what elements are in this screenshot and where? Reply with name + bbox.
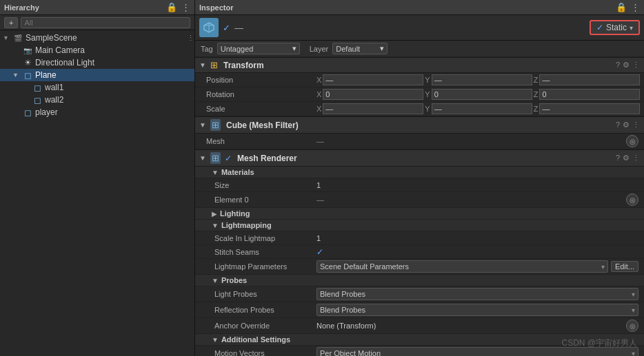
tree-label-directionallight: Directional Light: [35, 58, 94, 67]
hierarchy-menu-icon[interactable]: ⋮: [181, 2, 190, 12]
tree-item-player[interactable]: ◻ player: [0, 106, 194, 118]
mesh-filter-settings[interactable]: ⚙: [623, 121, 630, 129]
position-x-input[interactable]: [323, 74, 423, 85]
element0-picker-btn[interactable]: ◎: [626, 193, 638, 206]
inspector-header: Inspector 🔒 ⋮: [195, 0, 644, 15]
search-input[interactable]: [21, 17, 190, 28]
transform-question[interactable]: ?: [616, 61, 620, 70]
tree-item-plane[interactable]: ▼ ◻ Plane: [0, 69, 194, 81]
cube-icon: [203, 21, 215, 34]
mesh-filter-actions: ? ⚙ ⋮: [616, 121, 640, 129]
tag-label: Tag: [201, 45, 213, 53]
mesh-filter-dots[interactable]: ⋮: [632, 121, 640, 129]
additional-settings-subheader[interactable]: ▼ Additional Settings: [195, 334, 644, 346]
lightmap-params-edit-btn[interactable]: Edit...: [611, 261, 638, 272]
tree-label-wall2: wall2: [45, 95, 63, 105]
mesh-filter-arrow: ▼: [199, 121, 208, 129]
materials-title: Materials: [221, 168, 254, 176]
rotation-y-input[interactable]: [432, 89, 532, 100]
obj-icon: [199, 18, 219, 37]
tree-item-wall1[interactable]: ◻ wall1: [0, 81, 194, 94]
tree-item-maincamera[interactable]: 📷 Main Camera: [0, 44, 194, 56]
mesh-renderer-section-header[interactable]: ▼ ⊞ ✓ Mesh Renderer ? ⚙ ⋮: [195, 149, 644, 167]
mesh-row: Mesh — ◎: [195, 134, 644, 149]
stitch-seams-check[interactable]: ✓: [316, 247, 323, 257]
probes-subheader[interactable]: ▼ Probes: [195, 275, 644, 286]
lightmapping-title: Lightmapping: [221, 221, 272, 229]
tree-label-player: player: [35, 107, 58, 117]
lightmap-params-dropdown[interactable]: Scene Default Parameters ▾: [316, 260, 608, 273]
rotation-label: Rotation: [206, 90, 316, 98]
scale-lightmap-row: Scale In Lightmap 1: [195, 231, 644, 245]
position-y-label: Y: [425, 76, 430, 84]
static-button[interactable]: ✓ Static ▾: [590, 20, 640, 35]
rotation-z-label: Z: [534, 90, 539, 98]
transform-settings[interactable]: ⚙: [623, 61, 630, 70]
hierarchy-header: Hierarchy 🔒 ⋮: [0, 0, 194, 15]
materials-subheader[interactable]: ▼ Materials: [195, 167, 644, 178]
light-probes-arrow: ▾: [632, 291, 635, 298]
mesh-renderer-arrow: ▼: [199, 154, 208, 162]
tag-dropdown[interactable]: Untagged ▾: [217, 43, 300, 54]
anchor-override-value: None (Transform): [316, 322, 623, 330]
light-probes-label: Light Probes: [206, 290, 316, 298]
stitch-seams-label: Stitch Seams: [206, 248, 316, 256]
position-x-label: X: [316, 76, 321, 84]
layer-arrow: ▾: [380, 44, 384, 53]
lightmapping-subheader[interactable]: ▼ Lightmapping: [195, 220, 644, 231]
scale-x-input[interactable]: [323, 103, 423, 114]
samplescene-menu[interactable]: ⋮: [187, 34, 194, 43]
mesh-picker-btn[interactable]: ◎: [626, 135, 638, 147]
tree-arrow-plane: ▼: [12, 72, 22, 78]
anchor-override-row: Anchor Override None (Transform) ◎: [195, 318, 644, 334]
static-label: Static: [606, 23, 627, 32]
mesh-filter-section-header[interactable]: ▼ ⊞ Cube (Mesh Filter) ? ⚙ ⋮: [195, 116, 644, 134]
light-probes-value: Blend Probes: [320, 290, 365, 298]
add-button[interactable]: +: [4, 17, 18, 28]
mesh-renderer-check[interactable]: ✓: [225, 154, 232, 163]
static-dropdown-arrow: ▾: [630, 24, 633, 32]
anchor-override-label: Anchor Override: [206, 322, 316, 330]
anchor-override-picker[interactable]: ◎: [626, 320, 638, 332]
mesh-renderer-settings[interactable]: ⚙: [623, 154, 630, 163]
rotation-values: X Y Z: [316, 89, 640, 100]
position-y-input[interactable]: [432, 74, 532, 85]
scale-y-input[interactable]: [432, 103, 532, 114]
scale-z-input[interactable]: [539, 103, 640, 114]
active-check[interactable]: ✓: [223, 23, 230, 33]
element0-row: Element 0 — ◎: [195, 192, 644, 208]
rotation-x-input[interactable]: [323, 89, 423, 100]
layer-value: Default: [336, 45, 360, 53]
stitch-seams-row: Stitch Seams ✓: [195, 245, 644, 259]
reflection-probes-dropdown[interactable]: Blend Probes ▾: [316, 304, 638, 316]
lighting-subheader[interactable]: ▶ Lighting: [195, 208, 644, 220]
lightmapping-arrow: ▼: [212, 222, 219, 229]
reflection-probes-row: Reflection Probes Blend Probes ▾: [195, 302, 644, 318]
reflection-probes-label: Reflection Probes: [206, 306, 316, 314]
tree-item-wall2[interactable]: ◻ wall2: [0, 94, 194, 106]
mesh-renderer-dots[interactable]: ⋮: [632, 154, 640, 163]
tree-item-samplescene[interactable]: ▼ 🎬 SampleScene ⋮: [0, 32, 194, 44]
light-probes-dropdown[interactable]: Blend Probes ▾: [316, 288, 638, 300]
layer-dropdown[interactable]: Default ▾: [332, 43, 388, 54]
tree-item-directionallight[interactable]: ☀ Directional Light: [0, 56, 194, 69]
additional-settings-arrow: ▼: [212, 336, 219, 344]
motion-vectors-arrow: ▾: [632, 350, 635, 357]
rotation-z-input[interactable]: [539, 89, 640, 100]
reflection-probes-value: Blend Probes: [320, 306, 365, 314]
mesh-renderer-question[interactable]: ?: [616, 154, 620, 163]
scale-y-item: Y: [425, 103, 532, 114]
transform-section-header[interactable]: ▼ ⊞ Transform ? ⚙ ⋮: [195, 57, 644, 73]
transform-dots[interactable]: ⋮: [632, 61, 640, 70]
inspector-menu-icon[interactable]: ⋮: [631, 2, 640, 12]
scale-x-item: X: [316, 103, 423, 114]
position-x-item: X: [316, 74, 423, 85]
mesh-filter-question[interactable]: ?: [616, 121, 620, 129]
position-z-input[interactable]: [539, 74, 640, 85]
motion-vectors-dropdown[interactable]: Per Object Motion ▾: [316, 347, 638, 356]
position-y-item: Y: [425, 74, 532, 85]
tree-arrow-samplescene: ▼: [3, 34, 12, 41]
static-check: ✓: [596, 23, 603, 32]
transform-arrow: ▼: [199, 61, 208, 69]
mesh-renderer-title: Mesh Renderer: [237, 154, 613, 163]
